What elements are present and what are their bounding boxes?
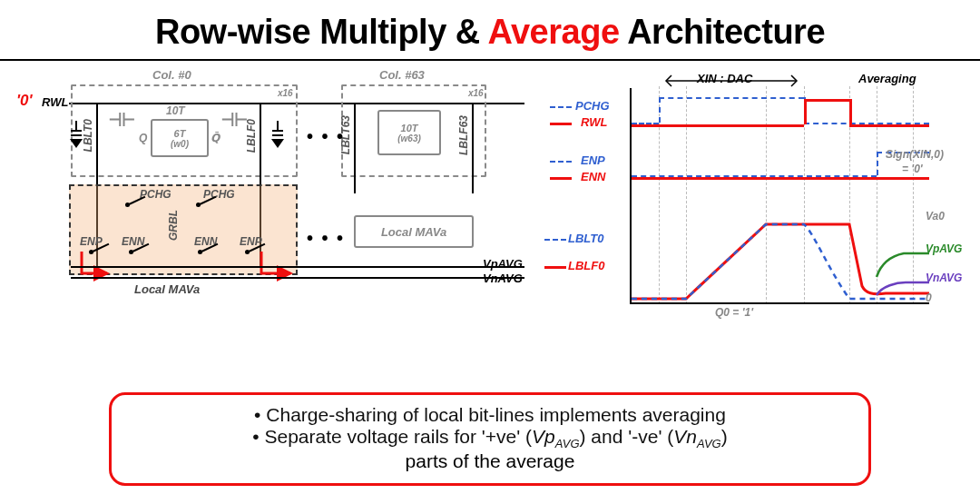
enn-flat — [632, 177, 929, 180]
legend-pchg — [550, 106, 572, 108]
cap-lblf0-icon — [272, 121, 283, 136]
enp-label: ENP — [581, 153, 605, 167]
phase-avg-label: Averaging — [858, 72, 916, 85]
rwl-timing-label: RWL — [581, 115, 607, 129]
x16-b: x16 — [468, 88, 484, 98]
sign-label: Sign(XIN,0) — [886, 148, 944, 161]
lblt0-timing-label: LBLT0 — [568, 232, 603, 245]
q-label: Q — [139, 132, 147, 144]
lblf63-label: LBLF63 — [457, 115, 470, 155]
content-row: Col. #0 Col. #63 '0' RWL x16 x16 ⊣⊢ ⊣⊢ 1… — [0, 61, 980, 341]
fet-left-icon: ⊣⊢ — [109, 112, 135, 126]
rwl-label: RWL — [42, 95, 68, 109]
ten-t-cell: 10T (w63) — [377, 110, 441, 155]
b2-vn-sub: AVG — [697, 437, 721, 450]
timing-diagram: XIN : DAC Averaging PCHG RWL ENP ENN Sig… — [541, 68, 958, 341]
b2-post: ) — [721, 426, 728, 447]
x16-a: x16 — [278, 88, 293, 98]
local-mava-box-63: Local MAVa — [354, 215, 474, 248]
slide-title: Row-wise Multiply & Average Architecture — [0, 13, 980, 52]
ten-t-a: 10T — [166, 104, 185, 117]
col-63-label: Col. #63 — [379, 68, 425, 82]
lblf0-label: LBLF0 — [245, 119, 258, 153]
pchg1-label: PCHG — [140, 188, 172, 201]
legend-rwl — [550, 123, 572, 125]
analog-waveforms — [632, 195, 931, 304]
bullet-2: Separate voltage rails for '+ve' (VpAVG)… — [139, 426, 841, 450]
title-pre: Row-wise Multiply & — [155, 13, 488, 51]
six-t-label: 6T — [174, 128, 186, 139]
rwl-seg1 — [632, 124, 804, 127]
pchg-seg-high — [659, 97, 804, 99]
legend-enp — [550, 161, 572, 163]
fet-right-icon: ⊣⊢ — [221, 112, 248, 126]
six-t-cell: 6T (w0) — [151, 119, 209, 157]
legend-enn — [550, 177, 572, 180]
dots-1: • • • — [307, 126, 345, 147]
local-mava-box-label: Local MAVa — [381, 225, 446, 239]
b2-vp: Vp — [532, 426, 555, 447]
w0-label: (w0) — [171, 139, 189, 149]
b2-vn: Vn — [673, 426, 697, 447]
gnd-lblf0-icon — [271, 139, 284, 148]
lblt0-label: LBLT0 — [82, 119, 94, 152]
circuit-diagram: Col. #0 Col. #63 '0' RWL x16 x16 ⊣⊢ ⊣⊢ 1… — [16, 68, 524, 341]
vnavg-timing-label: VnAVG — [926, 272, 962, 284]
pchg-label: PCHG — [575, 99, 610, 113]
b2-vp-sub: AVG — [555, 437, 580, 450]
lblf63-wire — [472, 103, 474, 193]
w63-label: (w63) — [397, 133, 421, 143]
lblf0-timing-label: LBLF0 — [568, 259, 604, 272]
zero-label: 0 — [926, 292, 932, 304]
pchg-rise — [659, 97, 661, 123]
input-zero: '0' — [16, 92, 33, 110]
local-mava-caption: Local MAVa — [134, 282, 200, 296]
col-0-label: Col. #0 — [152, 68, 191, 82]
cap-lblt0-icon — [71, 121, 82, 136]
vpavg-timing-label: VpAVG — [926, 242, 962, 255]
vn-rail — [71, 277, 524, 279]
title-highlight: Average — [487, 13, 619, 51]
legend-lblf0 — [544, 266, 566, 269]
vp-avg-label: VpAVG — [483, 257, 523, 271]
rwl-high — [804, 99, 849, 102]
title-post: Architecture — [620, 13, 826, 51]
sign-val-label: = '0' — [902, 163, 923, 175]
phase-dac-label: XIN : DAC — [697, 72, 752, 85]
gnd-lblt0-icon — [70, 139, 83, 148]
dots-2: • • • — [307, 228, 345, 249]
lblt63-wire — [354, 103, 356, 193]
ten-t-b-label: 10T — [401, 123, 418, 133]
grbl-label: GRBL — [167, 210, 180, 241]
rwl-seg2 — [849, 124, 929, 127]
bullet-2-line2: parts of the average — [139, 450, 841, 472]
qbar-label: Q̄ — [211, 132, 220, 144]
title-bar: Row-wise Multiply & Average Architecture — [0, 0, 980, 61]
vp-rail — [71, 266, 524, 268]
rwl-fall — [849, 99, 852, 124]
callout-box: Charge-sharing of local bit-lines implem… — [109, 392, 871, 486]
vn-avg-label: VnAVG — [483, 272, 523, 285]
enn-label: ENN — [581, 170, 605, 183]
b2-pre: Separate voltage rails for '+ve' ( — [265, 426, 533, 447]
b2-mid: ) and '-ve' ( — [580, 426, 674, 447]
legend-lblt0 — [544, 239, 566, 241]
rwl-rise — [804, 99, 807, 124]
q0-label: Q0 = '1' — [715, 306, 753, 319]
bullet-1: Charge-sharing of local bit-lines implem… — [139, 404, 841, 426]
va0-label: Va0 — [926, 210, 945, 222]
enp-rise — [877, 152, 878, 175]
